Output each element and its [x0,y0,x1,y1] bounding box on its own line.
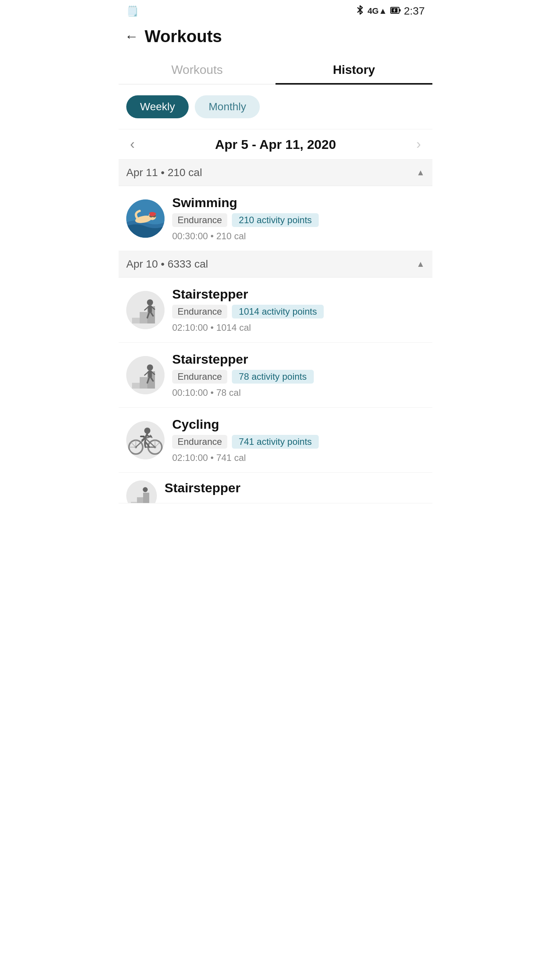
day-group-apr10: Apr 10 • 6333 cal ▲ [119,251,432,503]
workout-info-swimming: Swimming Endurance 210 activity points 0… [172,195,425,242]
workout-tags-swimming: Endurance 210 activity points [172,213,425,227]
header: ← Workouts [119,21,432,54]
tab-history[interactable]: History [276,54,432,84]
svg-point-25 [147,364,153,371]
workout-name-stairstepper-3: Stairstepper [165,480,425,495]
svg-rect-56 [143,493,149,503]
status-left: 🗒️ [126,5,139,17]
tag-endurance-stairstepper-1: Endurance [172,305,227,318]
svg-rect-54 [131,502,137,503]
workout-meta-stairstepper-2: 00:10:00 • 78 cal [172,387,425,398]
workout-item-swimming[interactable]: Swimming Endurance 210 activity points 0… [119,186,432,251]
workout-item-cycling[interactable]: Cycling Endurance 741 activity points 02… [119,408,432,473]
svg-rect-12 [132,318,140,323]
battery-icon [390,6,401,16]
svg-rect-26 [148,371,152,377]
workout-name-swimming: Swimming [172,195,425,210]
tag-endurance-stairstepper-2: Endurance [172,370,227,384]
date-nav: ‹ Apr 5 - Apr 11, 2020 › [119,129,432,160]
expand-icon-apr11: ▲ [416,168,425,178]
workout-avatar-cycling [126,421,165,459]
svg-rect-13 [140,312,147,323]
tag-points-stairstepper-2: 78 activity points [232,370,313,384]
tag-points-cycling: 741 activity points [232,435,319,449]
day-header-apr10[interactable]: Apr 10 • 6333 cal ▲ [119,251,432,278]
workout-meta-stairstepper-1: 02:10:00 • 1014 cal [172,322,425,333]
day-header-date-apr10: Apr 10 • 6333 cal [126,258,208,270]
workout-meta-swimming: 00:30:00 • 210 cal [172,231,425,242]
svg-rect-16 [148,305,152,312]
tabs-container: Workouts History [119,54,432,85]
tag-endurance-cycling: Endurance [172,435,227,449]
svg-rect-22 [132,383,140,389]
workout-meta-cycling: 02:10:00 • 741 cal [172,452,425,463]
workout-info-stairstepper-2: Stairstepper Endurance 78 activity point… [172,352,425,398]
workout-tags-cycling: Endurance 741 activity points [172,435,425,449]
app-icon: 🗒️ [126,5,139,17]
tag-endurance-swimming: Endurance [172,213,227,227]
workout-item-stairstepper-2[interactable]: Stairstepper Endurance 78 activity point… [119,343,432,408]
filter-monthly-button[interactable]: Monthly [195,95,260,118]
expand-icon-apr10: ▲ [416,259,425,269]
workout-name-stairstepper-2: Stairstepper [172,352,425,367]
workout-info-stairstepper-1: Stairstepper Endurance 1014 activity poi… [172,287,425,333]
svg-rect-55 [137,497,143,503]
next-date-button[interactable]: › [412,136,425,152]
workout-tags-stairstepper-1: Endurance 1014 activity points [172,305,425,318]
workout-name-cycling: Cycling [172,417,425,432]
workout-avatar-stairstepper-1 [126,291,165,329]
workout-item-stairstepper-1[interactable]: Stairstepper Endurance 1014 activity poi… [119,278,432,343]
workout-info-cycling: Cycling Endurance 741 activity points 02… [172,417,425,463]
page-title: Workouts [145,27,222,46]
svg-point-15 [147,299,153,305]
workout-tags-stairstepper-2: Endurance 78 activity points [172,370,425,384]
filter-row: Weekly Monthly [119,85,432,129]
status-time: 2:37 [404,5,425,17]
workout-avatar-stairstepper-2 [126,356,165,394]
workout-info-stairstepper-3: Stairstepper [165,480,425,498]
day-header-date-apr11: Apr 11 • 210 cal [126,167,202,179]
workout-item-stairstepper-3[interactable]: Stairstepper [119,473,432,503]
filter-weekly-button[interactable]: Weekly [126,95,189,118]
prev-date-button[interactable]: ‹ [126,136,139,152]
status-right: 4G▲ 2:37 [356,5,425,18]
workout-name-stairstepper-1: Stairstepper [172,287,425,302]
svg-rect-2 [399,9,401,11]
back-button[interactable]: ← [125,29,139,43]
workout-avatar-stairstepper-3 [126,480,157,503]
status-bar: 🗒️ 4G▲ 2:37 [119,0,432,21]
day-header-apr11[interactable]: Apr 11 • 210 cal ▲ [119,160,432,186]
workout-avatar-swimming [126,199,165,238]
bluetooth-icon [356,5,364,18]
date-range-label: Apr 5 - Apr 11, 2020 [215,137,336,152]
tag-points-swimming: 210 activity points [232,213,319,227]
signal-icon: 4G▲ [367,6,387,16]
tab-workouts[interactable]: Workouts [119,54,276,84]
svg-rect-23 [140,377,147,389]
tag-points-stairstepper-1: 1014 activity points [232,305,324,318]
svg-point-57 [143,487,148,492]
day-group-apr11: Apr 11 • 210 cal ▲ [119,160,432,251]
